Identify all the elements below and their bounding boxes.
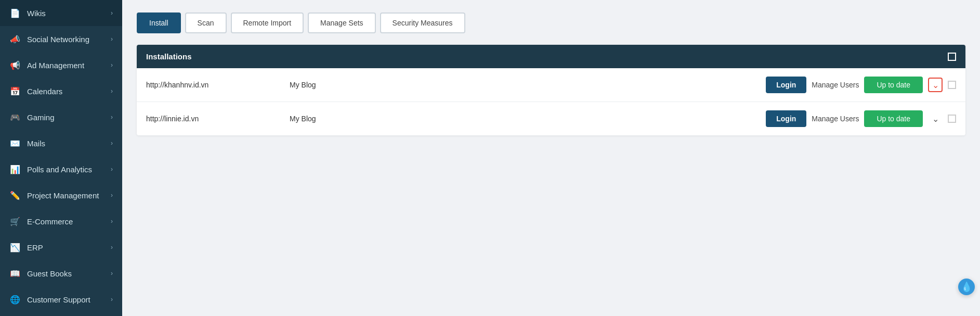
sidebar-item-polls-analytics[interactable]: 📊 Polls and Analytics › bbox=[0, 156, 122, 182]
table-row: http://linnie.id.vn My Blog Login Manage… bbox=[137, 102, 965, 135]
main-content: InstallScanRemote ImportManage SetsSecur… bbox=[122, 0, 980, 316]
content-area: InstallScanRemote ImportManage SetsSecur… bbox=[122, 0, 980, 316]
sidebar-chevron-wikis: › bbox=[111, 9, 113, 17]
row-chevron-1[interactable]: ⌄ bbox=[928, 111, 943, 126]
sidebar-item-project-management[interactable]: ✏️ Project Management › bbox=[0, 182, 122, 208]
sidebar-chevron-e-commerce: › bbox=[111, 218, 113, 225]
row-status-btn-1[interactable]: Up to date bbox=[864, 110, 923, 127]
sidebar-icon-mails: ✉️ bbox=[9, 137, 21, 149]
sidebar-label-social-networking: Social Networking bbox=[27, 35, 89, 44]
sidebar-icon-customer-support: 🌐 bbox=[9, 294, 21, 305]
sidebar-icon-calendars: 📅 bbox=[9, 85, 21, 97]
sidebar-item-guest-books[interactable]: 📖 Guest Books › bbox=[0, 260, 122, 286]
sidebar-item-e-commerce[interactable]: 🛒 E-Commerce › bbox=[0, 208, 122, 234]
sidebar: 📄 Wikis › 📣 Social Networking › 📢 Ad Man… bbox=[0, 0, 122, 316]
sidebar-label-e-commerce: E-Commerce bbox=[27, 217, 73, 226]
sidebar-icon-gaming: 🎮 bbox=[9, 111, 21, 123]
row-name-1: My Blog bbox=[290, 115, 757, 123]
sidebar-icon-erp: 📉 bbox=[9, 242, 21, 253]
sidebar-item-gaming[interactable]: 🎮 Gaming › bbox=[0, 104, 122, 130]
row-checkbox-0[interactable] bbox=[948, 81, 956, 89]
row-actions-1: Login Manage Users Up to date ⌄ bbox=[766, 110, 956, 127]
row-login-btn-1[interactable]: Login bbox=[766, 110, 806, 127]
sidebar-chevron-polls-analytics: › bbox=[111, 166, 113, 173]
sidebar-icon-social-networking: 📣 bbox=[9, 33, 21, 45]
sidebar-label-project-management: Project Management bbox=[27, 191, 99, 200]
sidebar-chevron-project-management: › bbox=[111, 192, 113, 199]
row-manage-link-0[interactable]: Manage Users bbox=[812, 81, 859, 89]
sidebar-icon-wikis: 📄 bbox=[9, 7, 21, 19]
row-actions-0: Login Manage Users Up to date ⌄ bbox=[766, 77, 956, 93]
sidebar-item-erp[interactable]: 📉 ERP › bbox=[0, 234, 122, 260]
table-body: http://khanhnv.id.vn My Blog Login Manag… bbox=[137, 68, 965, 135]
sidebar-label-wikis: Wikis bbox=[27, 9, 46, 18]
sidebar-label-ad-management: Ad Management bbox=[27, 61, 84, 70]
sidebar-icon-e-commerce: 🛒 bbox=[9, 216, 21, 227]
row-manage-link-1[interactable]: Manage Users bbox=[812, 115, 859, 123]
sidebar-chevron-guest-books: › bbox=[111, 270, 113, 277]
sidebar-item-wikis[interactable]: 📄 Wikis › bbox=[0, 0, 122, 26]
sidebar-chevron-calendars: › bbox=[111, 87, 113, 95]
sidebar-icon-ad-management: 📢 bbox=[9, 59, 21, 71]
table-title: Installations bbox=[146, 52, 192, 61]
table-row: http://khanhnv.id.vn My Blog Login Manag… bbox=[137, 68, 965, 102]
row-login-btn-0[interactable]: Login bbox=[766, 77, 806, 93]
sidebar-item-ad-management[interactable]: 📢 Ad Management › bbox=[0, 52, 122, 78]
sidebar-item-mails[interactable]: ✉️ Mails › bbox=[0, 130, 122, 156]
row-checkbox-1[interactable] bbox=[948, 115, 956, 123]
tab-remote-import[interactable]: Remote Import bbox=[231, 12, 304, 33]
sidebar-chevron-gaming: › bbox=[111, 113, 113, 121]
sidebar-label-customer-support: Customer Support bbox=[27, 295, 90, 304]
installations-table: Installations http://khanhnv.id.vn My Bl… bbox=[137, 45, 965, 135]
sidebar-chevron-social-networking: › bbox=[111, 35, 113, 43]
tab-scan[interactable]: Scan bbox=[185, 12, 227, 33]
tab-bar: InstallScanRemote ImportManage SetsSecur… bbox=[137, 12, 965, 33]
header-checkbox[interactable] bbox=[948, 53, 956, 61]
sidebar-label-guest-books: Guest Books bbox=[27, 269, 72, 278]
sidebar-label-mails: Mails bbox=[27, 139, 45, 148]
sidebar-item-calendars[interactable]: 📅 Calendars › bbox=[0, 78, 122, 104]
sidebar-item-customer-support[interactable]: 🌐 Customer Support › bbox=[0, 286, 122, 312]
sidebar-icon-polls-analytics: 📊 bbox=[9, 163, 21, 175]
table-header: Installations bbox=[137, 45, 965, 68]
tab-install[interactable]: Install bbox=[137, 12, 181, 33]
floating-help-icon[interactable]: 💧 bbox=[958, 279, 975, 295]
sidebar-label-erp: ERP bbox=[27, 243, 43, 252]
row-url-0: http://khanhnv.id.vn bbox=[146, 81, 281, 89]
row-chevron-highlighted-0[interactable]: ⌄ bbox=[928, 78, 943, 92]
sidebar-chevron-mails: › bbox=[111, 140, 113, 147]
row-name-0: My Blog bbox=[290, 81, 757, 89]
sidebar-item-social-networking[interactable]: 📣 Social Networking › bbox=[0, 26, 122, 52]
sidebar-chevron-customer-support: › bbox=[111, 296, 113, 303]
sidebar-icon-project-management: ✏️ bbox=[9, 189, 21, 201]
row-status-btn-0[interactable]: Up to date bbox=[864, 77, 923, 93]
sidebar-chevron-ad-management: › bbox=[111, 61, 113, 69]
row-url-1: http://linnie.id.vn bbox=[146, 115, 281, 123]
sidebar-chevron-erp: › bbox=[111, 244, 113, 251]
tab-manage-sets[interactable]: Manage Sets bbox=[308, 12, 376, 33]
sidebar-label-gaming: Gaming bbox=[27, 113, 55, 122]
sidebar-icon-guest-books: 📖 bbox=[9, 268, 21, 279]
tab-security-measures[interactable]: Security Measures bbox=[380, 12, 465, 33]
sidebar-label-polls-analytics: Polls and Analytics bbox=[27, 165, 92, 174]
sidebar-label-calendars: Calendars bbox=[27, 87, 62, 96]
